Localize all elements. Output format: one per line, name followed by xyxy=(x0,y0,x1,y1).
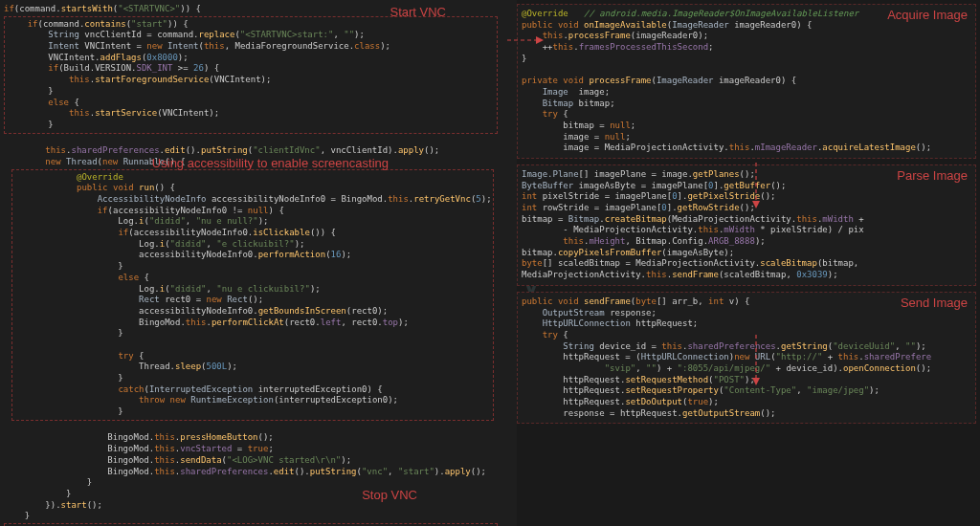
send-code: public void sendFrame(byte[] arr_b, int … xyxy=(522,296,971,420)
label-start-vnc: Start VNC xyxy=(386,4,450,22)
label-parse: Parse Image xyxy=(893,167,971,186)
send-block: Send Image public void sendFrame(byte[] … xyxy=(517,292,976,425)
label-send: Send Image xyxy=(897,295,971,313)
parse-code: Image.Plane[] imagePlane = image.getPlan… xyxy=(522,169,971,281)
label-screencast: Using accessibility to enable screencast… xyxy=(148,155,392,173)
label-stop-vnc: Stop VNC xyxy=(358,487,421,505)
left-code: if(command.startsWith("<STARTVNC>")) { i… xyxy=(4,4,513,526)
acquire-code: @Override // android.media.ImageReader$O… xyxy=(522,9,971,154)
parse-block: Parse Image Image.Plane[] imagePlane = i… xyxy=(517,164,976,286)
diagram-container: Cleafy Start VNC Using accessibility to … xyxy=(0,0,980,526)
acquire-block: Acquire Image @Override // android.media… xyxy=(517,4,976,159)
left-code-panel: Start VNC Using accessibility to enable … xyxy=(0,0,517,526)
label-acquire: Acquire Image xyxy=(883,7,971,25)
right-panel: Acquire Image @Override // android.media… xyxy=(517,0,980,526)
